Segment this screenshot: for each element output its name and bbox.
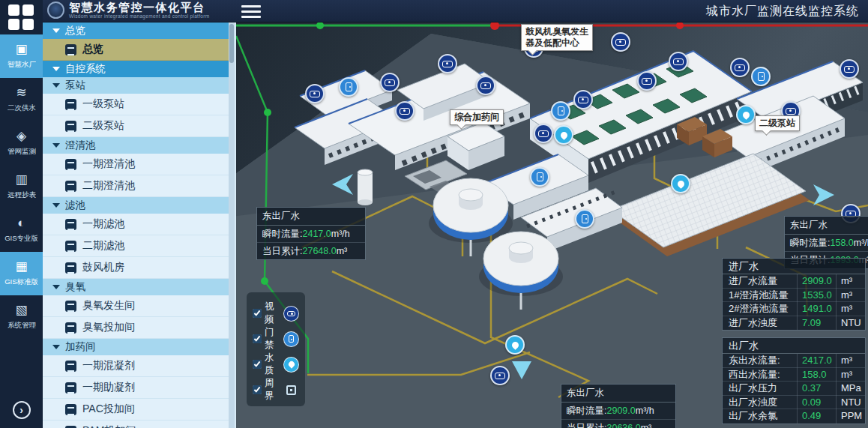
- rail-item-gis-standard[interactable]: ▦ GIS标准版: [0, 252, 43, 295]
- table-row: 出厂水浊度0.09NTU: [723, 396, 865, 410]
- legend-item-perimeter: 周界: [253, 377, 299, 403]
- building-tag-blower-ozone[interactable]: 鼓风机臭氧发生器及低配中心: [521, 24, 593, 51]
- pipe-network-icon: ◈: [16, 130, 26, 143]
- rail-item-smart-water-plant[interactable]: ▣ 智慧水厂: [0, 34, 43, 78]
- app-root: 智慧水务管控一体化平台 Wisdom water integrated mana…: [0, 0, 868, 428]
- flow-overlay-east-1: 东出厂水 瞬时流量:2417.0m³/h 当日累计:27648.0m³: [256, 207, 366, 260]
- sidebar-item-coagulant-1[interactable]: 一期混凝剂: [43, 355, 229, 377]
- sidebar-item-clarifier-2[interactable]: 二期澄清池: [43, 175, 229, 197]
- gis-pro-icon: ◐: [17, 217, 25, 230]
- brand-title: 智慧水务管控一体化平台: [69, 1, 209, 13]
- hamburger-menu-icon[interactable]: [241, 5, 261, 21]
- sidebar-item-filter-1[interactable]: 一期滤池: [43, 214, 229, 235]
- building-tag-dosing-room[interactable]: 综合加药间: [450, 109, 504, 125]
- water-quality-icon: [283, 357, 299, 373]
- door-access-icon[interactable]: [530, 167, 549, 187]
- water-quality-icon[interactable]: [736, 105, 756, 124]
- filter-pool-icon: [65, 219, 76, 230]
- legend-item-door: 门禁: [253, 326, 299, 352]
- water-quality-icon[interactable]: [671, 174, 690, 193]
- sidebar-item-pump-station-1[interactable]: 一级泵站: [43, 94, 229, 115]
- rail-item-secondary-water[interactable]: ≋ 二次供水: [0, 78, 43, 121]
- app-grid-logo-icon[interactable]: [0, 0, 43, 34]
- camera-icon[interactable]: [438, 54, 457, 73]
- brand-subtitle: Wisdom water integrated management and c…: [69, 13, 209, 19]
- sidebar-item-pac-dosing[interactable]: PAC投加间: [43, 399, 229, 421]
- rail-item-gis-pro[interactable]: ◐ GIS专业版: [0, 208, 43, 252]
- remote-meter-icon: ▥: [15, 173, 27, 187]
- camera-icon[interactable]: [669, 52, 688, 71]
- camera-icon[interactable]: [380, 73, 400, 92]
- video-checkbox[interactable]: [253, 309, 262, 318]
- sidebar-item-pam-dosing[interactable]: PAM投加间: [43, 421, 229, 428]
- pump-station-icon: [65, 99, 76, 110]
- camera-icon[interactable]: [490, 366, 510, 385]
- flow-overlay-title: 东出厂水: [785, 217, 868, 235]
- sidebar-item-blower-room[interactable]: 鼓风机房: [43, 257, 229, 279]
- table-row: 进厂水浊度7.09NTU: [723, 316, 865, 331]
- camera-icon[interactable]: [573, 90, 593, 109]
- camera-icon[interactable]: [840, 59, 859, 79]
- camera-icon[interactable]: [395, 101, 415, 121]
- building-tag-pump-station-2[interactable]: 二级泵站: [755, 115, 800, 131]
- sidebar-tree: 总览 总览 自控系统 泵站 一级泵站 二级泵站 澄清池 一期澄清池: [43, 22, 236, 428]
- sidebar-item-pump-station-2[interactable]: 二级泵站: [43, 115, 229, 137]
- brand-logo-icon: [47, 1, 64, 19]
- legend-item-video: 视频: [253, 301, 299, 326]
- page-title: 城市水厂监测在线监控系统: [706, 4, 859, 19]
- rail-item-remote-meter[interactable]: ▥ 远程抄表: [0, 165, 43, 208]
- scrollbar-thumb[interactable]: [229, 24, 234, 63]
- sidebar-item-clarifier-1[interactable]: 一期澄清池: [43, 154, 229, 175]
- sidebar-item-filter-2[interactable]: 二期滤池: [43, 235, 229, 257]
- sidebar-scrollbar[interactable]: [229, 22, 235, 428]
- ozone-generator-icon: [65, 301, 76, 312]
- camera-icon[interactable]: [476, 76, 495, 95]
- sidebar-group-dosing-room[interactable]: 加药间: [43, 339, 229, 355]
- door-access-icon[interactable]: [575, 209, 594, 229]
- chevron-down-icon: [52, 345, 60, 349]
- camera-icon[interactable]: [305, 84, 325, 103]
- sidebar-group-scada[interactable]: 自控系统: [43, 61, 229, 77]
- blower-fan-icon: [65, 262, 76, 274]
- camera-icon[interactable]: [637, 71, 657, 91]
- collapse-arrow-icon[interactable]: ›: [13, 401, 31, 419]
- rail-item-system-admin[interactable]: ▧ 系统管理: [0, 295, 43, 339]
- door-checkbox[interactable]: [253, 334, 262, 343]
- panel-title: 出厂水: [723, 338, 865, 354]
- perimeter-checkbox[interactable]: [253, 385, 262, 394]
- flow-overlay-title: 东出厂水: [561, 385, 675, 403]
- main-3d-view: 鼓风机臭氧发生器及低配中心 综合加药间 二级泵站 东出厂水 瞬时流量:2417.…: [236, 22, 868, 428]
- water-quality-icon[interactable]: [554, 125, 573, 145]
- sidebar-group-ozone[interactable]: 臭氧: [43, 279, 229, 295]
- sidebar-group-filters[interactable]: 滤池: [43, 197, 229, 214]
- gis-standard-icon: ▦: [15, 260, 27, 274]
- camera-icon: [283, 306, 299, 322]
- top-header: 智慧水务管控一体化平台 Wisdom water integrated mana…: [0, 0, 868, 22]
- inflow-data-panel: 进厂水 进厂水流量2909.0m³ 1#澄清池流量1535.0m³ 2#澄清池流…: [722, 258, 866, 331]
- chevron-down-icon: [52, 28, 60, 33]
- rail-item-pipe-network[interactable]: ◈ 管网监测: [0, 121, 43, 165]
- chevron-down-icon: [52, 203, 60, 208]
- sidebar-item-overview[interactable]: 总览: [43, 39, 229, 61]
- water-quality-icon[interactable]: [505, 335, 525, 355]
- perimeter-icon: [283, 382, 299, 398]
- table-row: 进厂水流量2909.0m³: [723, 274, 865, 289]
- sidebar-group-overview[interactable]: 总览: [43, 22, 229, 39]
- camera-icon[interactable]: [611, 32, 630, 52]
- door-access-icon[interactable]: [339, 77, 358, 97]
- camera-icon[interactable]: [730, 58, 750, 77]
- sidebar-group-pump-stations[interactable]: 泵站: [43, 77, 229, 94]
- sidebar-item-ozone-dosing[interactable]: 臭氧投加间: [43, 317, 229, 339]
- door-access-icon: [283, 331, 299, 347]
- door-access-icon[interactable]: [551, 101, 570, 121]
- chevron-down-icon: [52, 143, 60, 148]
- sidebar-item-coagulant-aid-1[interactable]: 一期助凝剂: [43, 377, 229, 399]
- smart-water-plant-icon: ▣: [15, 43, 27, 56]
- camera-icon[interactable]: [534, 124, 553, 143]
- sidebar-group-clarifiers[interactable]: 澄清池: [43, 137, 229, 154]
- sidebar-item-ozone-generator[interactable]: 臭氧发生间: [43, 295, 229, 317]
- left-rail: ▣ 智慧水厂 ≋ 二次供水 ◈ 管网监测 ▥ 远程抄表 ◐ GIS专业版 ▦ G…: [0, 0, 43, 428]
- table-row: 1#澄清池流量1535.0m³: [723, 289, 865, 303]
- water-quality-checkbox[interactable]: [253, 360, 262, 369]
- door-access-icon[interactable]: [751, 67, 771, 86]
